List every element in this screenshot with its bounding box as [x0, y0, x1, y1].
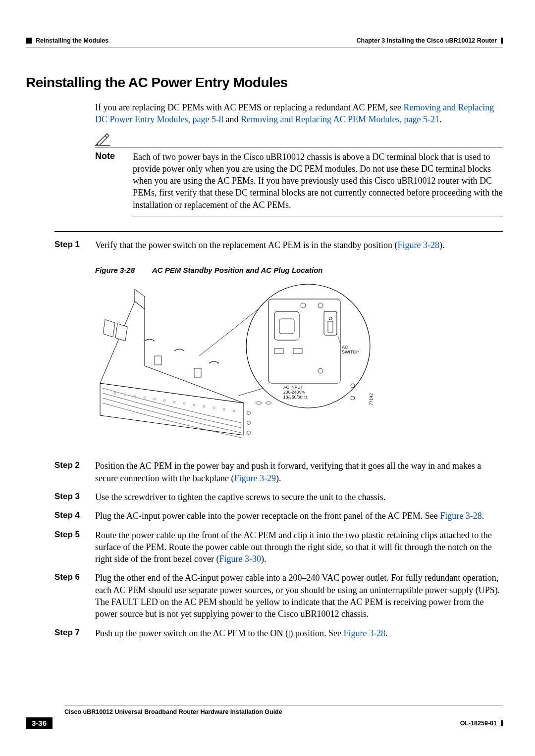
- svg-point-1: [114, 392, 116, 394]
- footer-doc-title: Cisco uBR10012 Universal Broadband Route…: [64, 708, 503, 715]
- note-text: Each of two power bays in the Cisco uBR1…: [133, 151, 503, 211]
- link-fig-3-28-b[interactable]: Figure 3-28: [440, 511, 482, 521]
- svg-rect-26: [328, 321, 333, 332]
- steps-rule: [54, 231, 503, 232]
- svg-point-12: [223, 408, 225, 410]
- svg-point-13: [233, 410, 235, 412]
- svg-line-20: [239, 388, 264, 396]
- link-fig-3-28[interactable]: Figure 3-28: [397, 240, 439, 250]
- note-label: Note: [95, 151, 121, 211]
- fig-label-input: AC INPUT 200-240V∿ 13A 50/60Hz: [283, 385, 308, 400]
- link-fig-3-28-c[interactable]: Figure 3-28: [344, 628, 386, 638]
- svg-point-8: [183, 403, 185, 404]
- svg-point-3: [134, 395, 136, 397]
- svg-point-7: [173, 401, 175, 403]
- svg-point-39: [247, 431, 251, 435]
- svg-rect-31: [293, 349, 302, 353]
- svg-point-9: [193, 404, 195, 406]
- link-fig-3-29[interactable]: Figure 3-29: [234, 473, 276, 483]
- page-footer: Cisco uBR10012 Universal Broadband Route…: [26, 705, 503, 729]
- svg-point-6: [163, 400, 165, 402]
- intro-paragraph: If you are replacing DC PEMs with AC PEM…: [95, 101, 503, 126]
- step-1: Step 1 Verify that the power switch on t…: [54, 239, 503, 251]
- link-fig-3-30[interactable]: Figure 3-30: [219, 554, 261, 564]
- svg-point-34: [351, 396, 355, 400]
- figure-3-28: ACSWITCH AC INPUT 200-240V∿ 13A 50/60Hz …: [95, 282, 377, 445]
- header-rule: [26, 47, 503, 48]
- page-title: Reinstalling the AC Power Entry Modules: [26, 75, 503, 91]
- pencil-icon: [95, 133, 503, 146]
- svg-point-38: [247, 421, 251, 425]
- svg-rect-17: [194, 368, 201, 377]
- step-3: Step 3 Use the screwdriver to tighten th…: [54, 491, 503, 503]
- step-5: Step 5 Route the power cable up the fron…: [54, 529, 503, 565]
- svg-point-2: [124, 394, 126, 396]
- step-7: Step 7 Push up the power switch on the A…: [54, 627, 503, 639]
- svg-point-35: [256, 402, 262, 404]
- doc-number: OL-18259-01: [460, 720, 497, 727]
- svg-rect-15: [115, 324, 127, 341]
- step-6: Step 6 Plug the other end of the AC-inpu…: [54, 572, 503, 620]
- page-number: 3-36: [26, 717, 53, 729]
- svg-rect-30: [274, 349, 283, 353]
- note-block: Note Each of two power bays in the Cisco…: [95, 133, 503, 216]
- figure-caption: Figure 3-28AC PEM Standby Position and A…: [95, 266, 503, 274]
- svg-point-10: [203, 405, 205, 407]
- svg-rect-29: [279, 319, 294, 334]
- svg-point-37: [247, 411, 251, 415]
- svg-point-5: [154, 398, 156, 400]
- svg-point-36: [266, 402, 271, 404]
- step-2: Step 2 Position the AC PEM in the power …: [54, 460, 503, 484]
- header-marker-icon: [26, 38, 32, 44]
- svg-rect-14: [103, 320, 115, 337]
- header-section: Reinstalling the Modules: [36, 37, 108, 44]
- footer-tick-icon: [501, 720, 503, 726]
- svg-point-4: [144, 397, 146, 399]
- step-4: Step 4 Plug the AC-input power cable int…: [54, 510, 503, 522]
- header-tick-icon: [501, 38, 503, 44]
- link-ac-pem[interactable]: Removing and Replacing AC PEM Modules, p…: [241, 114, 439, 124]
- svg-point-11: [213, 407, 215, 409]
- header-chapter: Chapter 3 Installing the Cisco uBR10012 …: [357, 37, 497, 44]
- running-header: Reinstalling the Modules Chapter 3 Insta…: [26, 37, 503, 44]
- svg-rect-16: [155, 356, 161, 365]
- fig-id: 77142: [369, 393, 374, 405]
